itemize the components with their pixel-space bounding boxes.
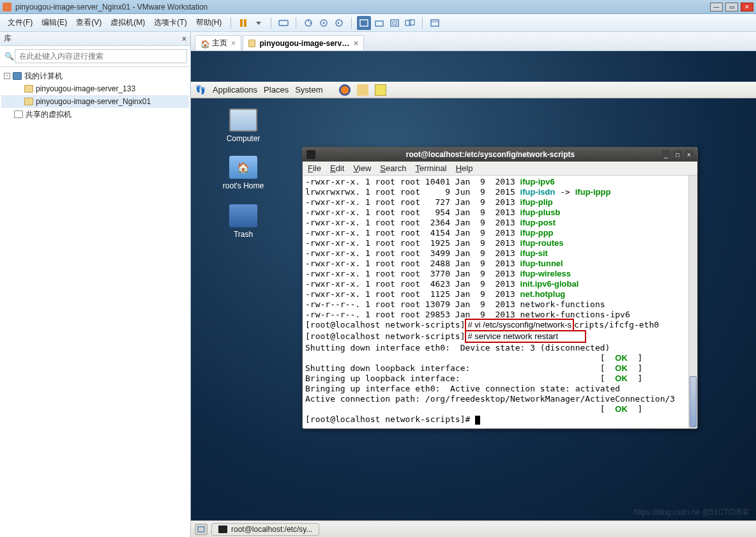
scrollbar-thumb[interactable]	[690, 376, 697, 427]
snapshot-manage-button[interactable]	[317, 16, 331, 30]
svg-rect-16	[198, 527, 204, 532]
svg-rect-1	[244, 19, 246, 27]
snapshot-button[interactable]	[301, 16, 315, 30]
menu-help[interactable]: 帮助(H)	[192, 15, 226, 30]
vm-icon	[24, 85, 33, 93]
desktop-computer-icon[interactable]: Computer	[218, 109, 269, 143]
menu-file[interactable]: 文件(F)	[4, 15, 36, 30]
panel-system[interactable]: System	[295, 85, 322, 95]
svg-rect-10	[391, 20, 398, 26]
menu-tabs[interactable]: 选项卡(T)	[150, 15, 190, 30]
svg-rect-3	[279, 20, 288, 26]
vm-icon	[24, 98, 33, 105]
library-button[interactable]	[428, 16, 442, 30]
sidebar-header: 库 ×	[0, 32, 190, 46]
tree-label: 共享的虚拟机	[26, 109, 72, 120]
separator	[296, 17, 296, 29]
terminal-window[interactable]: root@localhost:/etc/sysconfig/network-sc…	[302, 147, 698, 429]
term-menu-edit[interactable]: Edit	[330, 163, 344, 173]
separator	[231, 17, 231, 29]
terminal-minimize-button[interactable]: _	[662, 150, 670, 159]
terminal-maximize-button[interactable]: □	[673, 150, 682, 159]
task-label: root@localhost:/etc/sy...	[231, 525, 312, 534]
maximize-button[interactable]: ▭	[725, 3, 738, 11]
sidebar-close-button[interactable]: ×	[182, 34, 186, 43]
gnome-foot-icon[interactable]: 👣	[195, 84, 206, 96]
desktop-home-icon[interactable]: root's Home	[218, 156, 269, 190]
vm-tree: − 我的计算机 pinyougou-image-server_133 pinyo…	[0, 67, 190, 123]
mail-icon[interactable]	[357, 84, 368, 96]
app-icon	[3, 3, 11, 11]
terminal-scrollbar[interactable]	[688, 176, 697, 428]
term-menu-view[interactable]: View	[353, 163, 371, 173]
svg-rect-9	[375, 21, 383, 26]
tab-close-button[interactable]: ×	[354, 39, 358, 48]
terminal-title: root@localhost:/etc/sysconfig/network-sc…	[319, 150, 662, 159]
app-menubar: 文件(F) 编辑(E) 查看(V) 虚拟机(M) 选项卡(T) 帮助(H)	[0, 14, 756, 32]
terminal-icon	[306, 150, 315, 159]
collapse-icon[interactable]: −	[4, 73, 10, 79]
library-sidebar: 库 × 🔍 − 我的计算机 pinyougou-image-server_133…	[0, 32, 191, 537]
tabs: 🏠 主页 × pinyougou-image-server... ×	[191, 32, 756, 51]
menu-view[interactable]: 查看(V)	[72, 15, 105, 30]
panel-applications[interactable]: Applications	[213, 85, 257, 95]
content-area: 🏠 主页 × pinyougou-image-server... × 👣 App…	[191, 32, 756, 537]
tab-vm-nginx01[interactable]: pinyougou-image-server... ×	[243, 35, 364, 50]
multi-monitor-button[interactable]	[403, 16, 417, 30]
term-menu-search[interactable]: Search	[380, 163, 406, 173]
fullscreen-button[interactable]	[357, 16, 371, 30]
panel-places[interactable]: Places	[264, 85, 289, 95]
terminal-body[interactable]: -rwxr-xr-x. 1 root root 10401 Jan 9 2013…	[303, 176, 688, 428]
firefox-icon[interactable]	[339, 84, 351, 96]
svg-rect-8	[360, 20, 368, 26]
vm-desktop[interactable]: 👣 Applications Places System Computer ro…	[191, 51, 756, 537]
tree-vm-133[interactable]: pinyougou-image-server_133	[1, 82, 189, 95]
tree-shared-vms[interactable]: 共享的虚拟机	[1, 108, 189, 121]
terminal-titlebar[interactable]: root@localhost:/etc/sysconfig/network-sc…	[303, 147, 697, 162]
tree-label: pinyougou-image-server_133	[36, 84, 135, 93]
icon-label: root's Home	[218, 181, 269, 190]
menu-vm[interactable]: 虚拟机(M)	[107, 15, 149, 30]
pause-button[interactable]	[236, 16, 250, 30]
tree-label: 我的计算机	[24, 71, 63, 82]
separator	[271, 17, 271, 29]
snapshot-revert-button[interactable]	[332, 16, 346, 30]
unity-button[interactable]	[372, 16, 386, 30]
terminal-icon	[218, 526, 227, 533]
minimize-button[interactable]: —	[710, 3, 723, 11]
tab-close-button[interactable]: ×	[231, 39, 236, 48]
svg-rect-0	[240, 19, 243, 27]
separator	[351, 17, 352, 29]
folder-icon	[229, 156, 257, 179]
app-title: pinyougou-image-server_Nginx01 - VMware …	[15, 3, 710, 11]
home-icon: 🏠	[200, 40, 208, 47]
library-search-input[interactable]	[15, 49, 187, 63]
desktop-trash-icon[interactable]: Trash	[218, 204, 269, 239]
vm-icon	[248, 40, 255, 47]
term-menu-file[interactable]: File	[308, 163, 321, 173]
tab-home[interactable]: 🏠 主页 ×	[195, 35, 241, 50]
tab-label: 主页	[212, 38, 227, 49]
gnome-top-panel: 👣 Applications Places System	[191, 82, 756, 98]
separator	[422, 17, 423, 29]
terminal-close-button[interactable]: ×	[684, 150, 693, 159]
stretch-button[interactable]	[388, 16, 402, 30]
term-menu-terminal[interactable]: Terminal	[416, 163, 447, 173]
dropdown-icon[interactable]	[252, 16, 266, 30]
note-icon[interactable]	[375, 84, 386, 96]
send-ctrl-alt-del-button[interactable]	[276, 16, 291, 30]
taskbar-terminal-button[interactable]: root@localhost:/etc/sy...	[211, 523, 319, 536]
menu-edit[interactable]: 编辑(E)	[38, 15, 71, 30]
shared-icon	[14, 110, 23, 118]
svg-point-6	[323, 22, 325, 24]
gnome-bottom-panel: root@localhost:/etc/sy...	[191, 520, 756, 537]
close-button[interactable]: ✕	[741, 3, 753, 11]
computer-icon	[13, 72, 22, 80]
icon-label: Computer	[218, 134, 269, 143]
tree-vm-nginx01[interactable]: pinyougou-image-server_Nginx01	[1, 95, 189, 108]
tree-my-computer[interactable]: − 我的计算机	[1, 70, 189, 82]
app-titlebar: pinyougou-image-server_Nginx01 - VMware …	[0, 0, 756, 14]
tree-label: pinyougou-image-server_Nginx01	[36, 97, 151, 106]
show-desktop-button[interactable]	[195, 524, 208, 535]
term-menu-help[interactable]: Help	[456, 163, 473, 173]
